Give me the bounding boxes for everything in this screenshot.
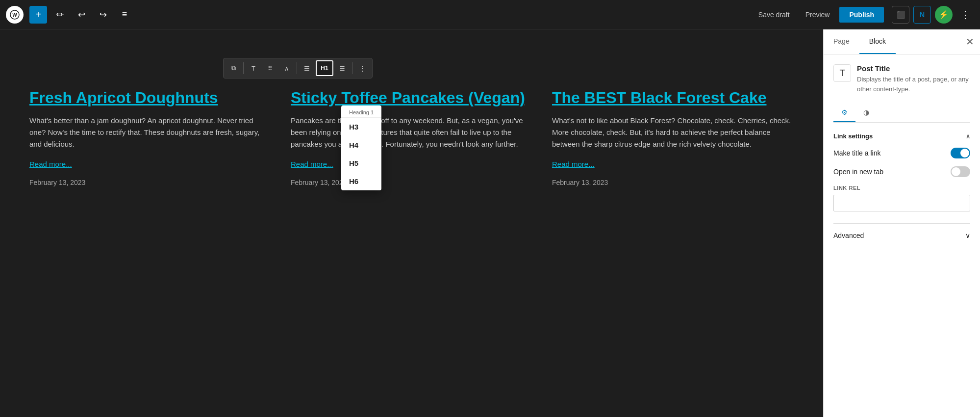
publish-button[interactable]: Publish — [839, 7, 884, 23]
more-block-options-button[interactable]: ⋮ — [354, 60, 370, 76]
contrast-icon: ◑ — [863, 108, 869, 116]
posts-grid: Fresh Apricot Doughnuts What's better th… — [29, 88, 794, 187]
transform-button[interactable]: ⧉ — [226, 60, 241, 76]
link-settings-chevron[interactable]: ∧ — [966, 133, 970, 140]
post-date-3: February 13, 2023 — [552, 179, 608, 186]
post-title-2[interactable]: Sticky Toffee Pancakes (Vegan) — [291, 88, 532, 107]
drag-handle-button[interactable]: ⠿ — [262, 60, 278, 76]
align-left-button[interactable]: ☰ — [299, 60, 315, 76]
heading-level-button[interactable]: H1 — [316, 60, 333, 76]
copy-icon: ⧉ — [231, 64, 236, 72]
text-align-icon: T — [251, 65, 255, 72]
post-item-2: Sticky Toffee Pancakes (Vegan) Pancakes … — [291, 88, 532, 187]
post-item-3: The BEST Black Forest Cake What's not to… — [552, 88, 794, 187]
heading-h5-item[interactable]: H5 — [341, 154, 381, 172]
post-item-1: Fresh Apricot Doughnuts What's better th… — [29, 88, 271, 187]
block-info-text: Post Title Displays the title of a post,… — [857, 64, 970, 94]
list-view-button[interactable]: ≡ — [116, 6, 133, 24]
more-options-button[interactable]: ⋮ — [956, 7, 974, 23]
post-title-1[interactable]: Fresh Apricot Doughnuts — [29, 88, 271, 107]
heading-h6-item[interactable]: H6 — [341, 172, 381, 190]
move-up-button[interactable]: ∧ — [279, 60, 295, 76]
main-area: ⧉ T ⠿ ∧ ☰ H1 ☰ ⋮ — [0, 29, 980, 417]
post-title-3[interactable]: The BEST Black Forest Cake — [552, 88, 794, 107]
make-title-link-row: Make title a link — [833, 148, 970, 158]
heading-h4-item[interactable]: H4 — [341, 136, 381, 154]
chevron-down-icon: ∨ — [965, 232, 970, 239]
ellipsis-icon: ⋮ — [960, 9, 970, 20]
toolbar-divider-2 — [297, 62, 297, 74]
align-text-button[interactable]: T — [246, 60, 261, 76]
link-settings-title: Link settings ∧ — [833, 132, 970, 140]
plus-icon: + — [35, 9, 41, 20]
undo-icon: ↩ — [78, 9, 85, 20]
block-description: Displays the title of a post, page, or a… — [857, 75, 970, 94]
redo-icon: ↪ — [100, 9, 107, 20]
link-rel-group: LINK REL — [833, 185, 970, 211]
tools-button[interactable]: ✏ — [51, 6, 69, 24]
top-toolbar: W + ✏ ↩ ↪ ≡ Save draft Preview Publish ⬛… — [0, 0, 980, 29]
align-right-icon: ☰ — [339, 65, 345, 72]
undo-button[interactable]: ↩ — [73, 6, 90, 24]
post-date-2: February 13, 2023 — [291, 179, 347, 186]
link-rel-label: LINK REL — [833, 185, 970, 191]
panel-body: T Post Title Displays the title of a pos… — [824, 54, 980, 417]
editor-area: ⧉ T ⠿ ∧ ☰ H1 ☰ ⋮ — [0, 29, 823, 417]
toolbar-divider-3 — [352, 62, 352, 74]
open-new-tab-label: Open in new tab — [833, 168, 883, 176]
n-icon: N — [920, 11, 925, 19]
read-more-3[interactable]: Read more... — [552, 160, 794, 168]
n-icon-button[interactable]: N — [913, 6, 931, 24]
bolt-icon: ⚡ — [939, 10, 949, 19]
heading-dropdown: Heading 1 H3 H4 H5 H6 — [341, 105, 381, 190]
styles-tab[interactable]: ◑ — [855, 104, 877, 122]
svg-text:W: W — [12, 12, 17, 18]
make-title-link-label: Make title a link — [833, 149, 880, 157]
heading-h3-item[interactable]: H3 — [341, 118, 381, 136]
advanced-label: Advanced — [833, 232, 864, 239]
heading-dropdown-label: Heading 1 — [341, 105, 381, 118]
wp-logo[interactable]: W — [6, 6, 24, 24]
link-rel-input[interactable] — [833, 195, 970, 211]
panel-close-button[interactable]: ✕ — [966, 36, 974, 48]
make-title-link-toggle[interactable] — [951, 148, 970, 158]
block-tab[interactable]: Block — [859, 29, 896, 54]
read-more-2[interactable]: Read more... — [291, 160, 532, 168]
block-title: Post Title — [857, 64, 970, 73]
post-title-icon: T — [833, 64, 851, 82]
add-block-button[interactable]: + — [29, 6, 47, 24]
save-draft-button[interactable]: Save draft — [753, 7, 796, 23]
open-new-tab-row: Open in new tab — [833, 166, 970, 177]
text-icon: T — [840, 68, 845, 78]
gear-icon: ⚙ — [841, 108, 848, 116]
block-toolbar: ⧉ T ⠿ ∧ ☰ H1 ☰ ⋮ — [223, 58, 373, 78]
settings-tab[interactable]: ⚙ — [833, 104, 855, 122]
view-toggle-button[interactable]: ⬛ — [892, 6, 909, 24]
post-excerpt-2: Pancakes are the best kick-off to any we… — [291, 115, 532, 150]
panel-header: Page Block ✕ — [824, 29, 980, 54]
right-panel: Page Block ✕ T Post Title Displays the t… — [823, 29, 980, 417]
more-icon: ⋮ — [359, 65, 366, 72]
post-excerpt-1: What's better than a jam doughnut? An ap… — [29, 115, 271, 150]
redo-button[interactable]: ↪ — [94, 6, 112, 24]
align-left-icon: ☰ — [304, 65, 310, 72]
toolbar-divider-1 — [243, 62, 244, 74]
preview-button[interactable]: Preview — [800, 7, 836, 23]
view-icon: ⬛ — [897, 11, 905, 19]
h1-icon: H1 — [321, 65, 328, 72]
read-more-1[interactable]: Read more... — [29, 160, 271, 168]
panel-inner-tabs: ⚙ ◑ — [833, 104, 970, 123]
list-icon: ≡ — [122, 9, 127, 20]
drag-icon: ⠿ — [268, 65, 273, 72]
post-date-1: February 13, 2023 — [29, 179, 85, 186]
post-excerpt-3: What's not to like about Black Forest? C… — [552, 115, 794, 150]
page-tab[interactable]: Page — [824, 29, 859, 54]
user-avatar-button[interactable]: ⚡ — [935, 6, 953, 24]
block-info: T Post Title Displays the title of a pos… — [833, 64, 970, 94]
advanced-toggle[interactable]: Advanced ∨ — [833, 232, 970, 239]
pencil-icon: ✏ — [56, 9, 64, 20]
open-new-tab-toggle[interactable] — [951, 166, 970, 177]
link-settings-section: Link settings ∧ Make title a link Open i… — [833, 132, 970, 211]
align-right-button[interactable]: ☰ — [334, 60, 350, 76]
chevron-up-icon: ∧ — [284, 65, 289, 72]
